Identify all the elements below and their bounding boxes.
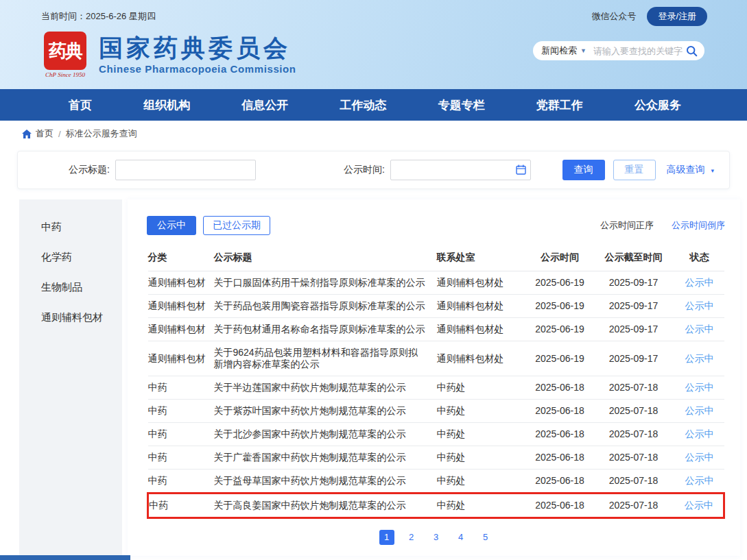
table-row: 中药 关于半边莲国家中药饮片炮制规范草案的公示 中药处 2025-06-18 2… — [148, 376, 724, 400]
page-button-3[interactable]: 3 — [429, 530, 444, 545]
status-link[interactable]: 公示中 — [685, 475, 714, 486]
announcement-title-link[interactable]: 关于紫苏叶国家中药饮片炮制规范草案的公示 — [214, 400, 437, 423]
cell-publish-date: 2025-06-18 — [527, 494, 593, 518]
cell-category: 中药 — [148, 400, 214, 423]
col-header-office: 联系处室 — [437, 244, 527, 271]
search-submit-button[interactable] — [686, 45, 698, 57]
time-filter-input[interactable] — [390, 160, 531, 180]
advanced-query-button[interactable]: 高级查询 ▾ — [667, 164, 714, 176]
cell-end-date: 2025-07-18 — [593, 423, 675, 446]
cell-category: 通则辅料包材 — [148, 318, 214, 341]
cell-publish-date: 2025-06-18 — [527, 376, 593, 400]
main-area: 中药 化学药 生物制品 通则辅料包材 公示中 已过公示期 公示时间正序 公示时间… — [19, 199, 729, 556]
cell-end-date: 2025-09-17 — [593, 318, 675, 341]
status-link[interactable]: 公示中 — [685, 428, 714, 439]
query-button[interactable]: 查询 — [562, 160, 605, 180]
table-row-highlighted: 中药 关于高良姜国家中药饮片炮制规范草案的公示 中药处 2025-06-18 2… — [148, 494, 724, 518]
announcement-title-link[interactable]: 关于口服固体药用干燥剂指导原则标准草案的公示 — [214, 271, 437, 295]
title-filter-input[interactable] — [115, 160, 256, 180]
cell-publish-date: 2025-06-19 — [527, 271, 593, 295]
cell-office: 中药处 — [437, 376, 527, 400]
cell-publish-date: 2025-06-19 — [527, 341, 593, 376]
page-header: 当前时间： 2025-6-26 星期四 微信公众号 登录/注册 药典 ChP S… — [0, 0, 747, 89]
sort-time-descending-link[interactable]: 公示时间倒序 — [672, 219, 725, 232]
nav-item-public-service[interactable]: 公众服务 — [635, 97, 681, 113]
announcement-title-link[interactable]: 关于广藿香国家中药饮片炮制规范草案的公示 — [214, 446, 437, 470]
cell-publish-date: 2025-06-19 — [527, 295, 593, 318]
sidebar-item-tcm[interactable]: 中药 — [19, 212, 122, 242]
sort-time-ascending-link[interactable]: 公示时间正序 — [600, 219, 654, 232]
cell-office: 中药处 — [437, 446, 527, 470]
status-link[interactable]: 公示中 — [685, 452, 714, 463]
announcement-title-link[interactable]: 关于药品包装用陶瓷容器指导原则标准草案的公示 — [214, 295, 437, 318]
cell-end-date: 2025-07-18 — [593, 376, 675, 400]
breadcrumb-separator: / — [58, 129, 61, 139]
status-link[interactable]: 公示中 — [685, 405, 714, 416]
cell-end-date: 2025-09-17 — [593, 341, 675, 376]
status-link[interactable]: 公示中 — [685, 353, 714, 364]
nav-item-special-topics[interactable]: 专题专栏 — [438, 97, 485, 113]
announcement-title-link[interactable]: 关于北沙参国家中药饮片炮制规范草案的公示 — [214, 423, 437, 446]
status-link[interactable]: 公示中 — [685, 324, 714, 334]
cell-publish-date: 2025-06-18 — [527, 446, 593, 470]
wechat-official-account-link[interactable]: 微信公众号 — [591, 10, 636, 23]
current-time-label: 当前时间： — [41, 10, 86, 23]
site-subtitle: Chinese Pharmacopoeia Commission — [99, 63, 296, 75]
page-button-1[interactable]: 1 — [379, 530, 394, 545]
breadcrumb-home-link[interactable]: 首页 — [36, 127, 54, 140]
sidebar-item-general-excipients-packaging[interactable]: 通则辅料包材 — [19, 302, 122, 332]
breadcrumb-current-page: 标准公示服务查询 — [66, 127, 137, 140]
tab-past-announcement[interactable]: 已过公示期 — [203, 216, 270, 235]
announcement-title-link[interactable]: 关于益母草国家中药饮片炮制规范草案的公示 — [214, 470, 437, 494]
col-header-status: 状态 — [675, 244, 724, 271]
col-header-end-date: 公示截至时间 — [593, 244, 675, 271]
table-row: 中药 关于北沙参国家中药饮片炮制规范草案的公示 中药处 2025-06-18 2… — [148, 423, 724, 446]
header-search-box[interactable]: 新闻检索 ▼ — [533, 41, 704, 60]
advanced-query-label: 高级查询 — [667, 164, 705, 175]
cell-category: 通则辅料包材 — [148, 295, 214, 318]
cell-publish-date: 2025-06-19 — [527, 318, 593, 341]
nav-item-info-disclosure[interactable]: 信息公开 — [241, 97, 288, 113]
cell-category: 中药 — [148, 494, 214, 518]
status-link[interactable]: 公示中 — [685, 382, 714, 393]
page-button-5[interactable]: 5 — [478, 530, 493, 545]
login-register-button[interactable]: 登录/注册 — [647, 7, 707, 26]
page-button-4[interactable]: 4 — [453, 530, 469, 545]
nav-item-organization[interactable]: 组织机构 — [143, 97, 190, 113]
header-search-input[interactable] — [593, 46, 686, 56]
nav-item-home[interactable]: 首页 — [69, 97, 92, 113]
status-link[interactable]: 公示中 — [685, 300, 714, 311]
breadcrumb: 首页 / 标准公示服务查询 — [0, 121, 747, 144]
cell-category: 中药 — [148, 376, 214, 400]
cell-office: 通则辅料包材处 — [437, 271, 527, 295]
chevron-down-icon: ▼ — [580, 47, 586, 54]
table-row: 中药 关于紫苏叶国家中药饮片炮制规范草案的公示 中药处 2025-06-18 2… — [148, 400, 724, 423]
calendar-icon[interactable] — [516, 165, 526, 175]
nav-item-work-news[interactable]: 工作动态 — [340, 97, 386, 113]
status-tabs: 公示中 已过公示期 公示时间正序 公示时间倒序 — [147, 216, 725, 235]
status-link[interactable]: 公示中 — [685, 277, 714, 288]
status-link[interactable]: 公示中 — [685, 500, 713, 511]
col-header-category: 分类 — [148, 244, 214, 271]
cell-category: 通则辅料包材 — [148, 271, 214, 295]
nav-item-party-work[interactable]: 党群工作 — [536, 97, 583, 113]
table-row: 通则辅料包材 关于9624药品包装用塑料材料和容器指导原则拟新增内容标准草案的公… — [148, 341, 724, 376]
announcement-title-link[interactable]: 关于半边莲国家中药饮片炮制规范草案的公示 — [214, 376, 437, 400]
announcement-title-link[interactable]: 关于药包材通用名称命名指导原则标准草案的公示 — [214, 318, 437, 341]
sidebar-item-biological-products[interactable]: 生物制品 — [19, 272, 122, 302]
search-category-label: 新闻检索 — [541, 45, 577, 57]
top-bar: 当前时间： 2025-6-26 星期四 微信公众号 登录/注册 — [0, 0, 747, 26]
announcement-title-link[interactable]: 关于高良姜国家中药饮片炮制规范草案的公示 — [214, 494, 437, 518]
sidebar-item-chemical-drugs[interactable]: 化学药 — [19, 242, 122, 272]
page-button-2[interactable]: 2 — [404, 530, 419, 545]
pagination: 1 2 3 4 5 — [147, 530, 725, 545]
current-time-value: 2025-6-26 星期四 — [86, 10, 156, 23]
logo-seal-icon: 药典 — [44, 32, 86, 70]
footer-top-edge — [0, 555, 130, 560]
reset-button[interactable]: 重置 — [613, 160, 656, 180]
search-category-dropdown[interactable]: 新闻检索 ▼ — [541, 45, 586, 57]
announcements-table: 分类 公示标题 联系处室 公示时间 公示截至时间 状态 通则辅料包材 关于口服固… — [147, 244, 725, 519]
announcement-title-link[interactable]: 关于9624药品包装用塑料材料和容器指导原则拟新增内容标准草案的公示 — [214, 341, 437, 376]
tab-in-announcement[interactable]: 公示中 — [147, 216, 196, 235]
table-header-row: 分类 公示标题 联系处室 公示时间 公示截至时间 状态 — [148, 244, 724, 271]
